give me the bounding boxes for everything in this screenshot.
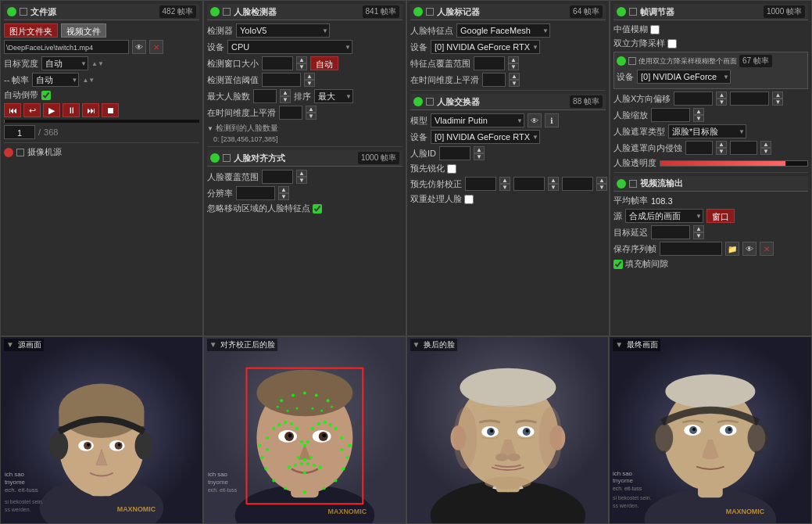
range-up-marker[interactable]: ▲ xyxy=(508,56,519,63)
mask-type-select[interactable]: 源脸*目标脸 xyxy=(668,124,746,138)
smooth-down-detect[interactable]: ▼ xyxy=(306,113,317,120)
tab-video-file[interactable]: 视频文件 xyxy=(61,23,106,38)
auto-rewind-checkbox[interactable] xyxy=(41,91,51,100)
folder-btn[interactable]: 📁 xyxy=(725,242,739,256)
btn-prev[interactable]: ⏮ xyxy=(4,103,21,117)
max-faces-down[interactable]: ▼ xyxy=(280,96,291,103)
opacity-slider[interactable] xyxy=(660,160,808,167)
erode-input[interactable]: 5 xyxy=(685,141,713,155)
ignore-checkbox[interactable] xyxy=(313,204,322,214)
btn-stop[interactable]: ⏹ xyxy=(102,103,119,117)
range-input-marker[interactable]: 1.3 xyxy=(474,56,505,70)
landmark-select[interactable]: Google FaceMesh xyxy=(456,23,550,38)
x-offset-input[interactable]: 0.000 xyxy=(674,92,713,106)
power-btn-marker[interactable] xyxy=(413,7,423,16)
y-offset-down[interactable]: ▼ xyxy=(772,99,783,106)
active-check-facedetect[interactable] xyxy=(223,8,231,16)
face-id-up[interactable]: ▲ xyxy=(474,146,485,153)
power-btn-frameadj[interactable] xyxy=(617,7,626,16)
x-offset-up[interactable]: ▲ xyxy=(716,92,727,99)
pre-process-z[interactable]: 1.00 xyxy=(562,177,593,191)
pre-y-up[interactable]: ▲ xyxy=(548,177,559,184)
active-check-stream[interactable] xyxy=(629,180,637,188)
power-btn-camera[interactable] xyxy=(4,148,13,157)
btn-next[interactable]: ⏭ xyxy=(82,103,99,117)
cover-range-input[interactable]: 2.2 xyxy=(262,170,293,184)
detector-select[interactable]: YoloV5 xyxy=(236,23,330,38)
threshold-up[interactable]: ▲ xyxy=(304,73,315,80)
tab-image-folder[interactable]: 图片文件夹 xyxy=(4,23,58,38)
range-down-marker[interactable]: ▼ xyxy=(508,63,519,70)
median-checkbox[interactable] xyxy=(650,25,660,34)
device-select-detect[interactable]: CPU xyxy=(227,40,352,54)
resolution-down[interactable]: ▼ xyxy=(278,193,289,200)
active-check-subpanel[interactable] xyxy=(628,57,636,65)
power-btn-stream[interactable] xyxy=(617,179,626,188)
sort-select[interactable]: 最大 xyxy=(314,89,353,103)
delay-input[interactable]: 500 xyxy=(651,225,690,239)
device-select-swap[interactable]: [0] NVIDIA GeForce RTX xyxy=(431,130,540,144)
cover-up[interactable]: ▲ xyxy=(296,170,307,177)
power-btn-facedetect[interactable] xyxy=(210,7,220,16)
y-offset-input[interactable]: 0.000 xyxy=(730,92,769,106)
window-btn[interactable]: 窗口 xyxy=(706,209,735,223)
blur-up[interactable]: ▲ xyxy=(760,141,771,148)
smooth-up-marker[interactable]: ▲ xyxy=(509,73,520,80)
erode-down[interactable]: ▼ xyxy=(716,148,727,155)
max-faces-up[interactable]: ▲ xyxy=(280,89,291,96)
power-btn-swapper[interactable] xyxy=(413,97,423,106)
power-btn-filesource[interactable] xyxy=(7,7,16,16)
scale-up[interactable]: ▲ xyxy=(693,108,704,115)
scale-input[interactable]: 1.00 xyxy=(651,108,690,122)
info-btn-model[interactable]: ℹ xyxy=(545,113,559,127)
target-width-select[interactable]: 自动 xyxy=(41,56,88,70)
source-select[interactable]: 合成后的画面 xyxy=(625,209,703,223)
fps-select[interactable]: 自动 xyxy=(32,73,79,87)
save-path-input[interactable]: ... xyxy=(660,242,722,256)
pre-z-up[interactable]: ▲ xyxy=(596,177,607,184)
window-size-input[interactable]: 128 xyxy=(262,56,293,70)
fill-gaps-checkbox[interactable] xyxy=(613,260,623,269)
blur-down[interactable]: ▼ xyxy=(760,148,771,155)
dual-checkbox[interactable] xyxy=(464,195,474,204)
eye-btn-model[interactable]: 👁 xyxy=(528,113,542,127)
sub-device-select[interactable]: [0] NVIDIA GeForce xyxy=(637,70,731,84)
pre-process-y[interactable]: 1.00 xyxy=(513,177,545,191)
erode-up[interactable]: ▲ xyxy=(716,141,727,148)
active-check-filesource[interactable] xyxy=(20,8,27,16)
delay-up[interactable]: ▲ xyxy=(693,225,704,232)
bilateral-checkbox[interactable] xyxy=(667,39,677,48)
btn-play[interactable]: ▶ xyxy=(43,103,60,117)
pre-sharpen-checkbox[interactable] xyxy=(447,164,456,174)
resolution-up[interactable]: ▲ xyxy=(278,186,289,193)
scale-down[interactable]: ▼ xyxy=(693,115,704,122)
smooth-input-detect[interactable]: 1 xyxy=(279,106,302,120)
threshold-down[interactable]: ▼ xyxy=(304,80,315,87)
active-check-camera[interactable] xyxy=(16,149,24,156)
active-check-marker[interactable] xyxy=(426,8,434,16)
resolution-input[interactable]: 224 xyxy=(236,186,275,200)
smooth-down-marker[interactable]: ▼ xyxy=(509,80,520,87)
pre-x-down[interactable]: ▼ xyxy=(499,184,510,191)
device-select-marker[interactable]: [0] NVIDIA GeForce RTX xyxy=(431,40,540,54)
pre-x-up[interactable]: ▲ xyxy=(499,177,510,184)
threshold-input[interactable]: 0.50 xyxy=(262,73,301,87)
active-check-align[interactable] xyxy=(223,154,231,162)
face-id-input[interactable]: 0 xyxy=(439,146,470,160)
face-id-down[interactable]: ▼ xyxy=(474,153,485,160)
smooth-input-marker[interactable]: 1 xyxy=(482,73,506,87)
pre-z-down[interactable]: ▼ xyxy=(596,184,607,191)
btn-pause[interactable]: ⏸ xyxy=(63,103,80,117)
window-size-up[interactable]: ▲ xyxy=(296,56,307,63)
close-btn-filesource[interactable]: ✕ xyxy=(149,40,163,54)
active-check-frameadj[interactable] xyxy=(629,8,637,16)
pre-process-x[interactable]: 1.00 xyxy=(465,177,496,191)
eye-btn-filesource[interactable]: 👁 xyxy=(132,40,146,54)
cover-down[interactable]: ▼ xyxy=(296,177,307,184)
pre-y-down[interactable]: ▼ xyxy=(548,184,559,191)
max-faces-input[interactable]: 1 xyxy=(253,89,277,103)
auto-btn-window[interactable]: 自动 xyxy=(310,56,338,70)
model-select[interactable]: Vladimir Putin xyxy=(431,113,524,127)
x-offset-down[interactable]: ▼ xyxy=(716,99,727,106)
active-check-swapper[interactable] xyxy=(426,98,434,106)
